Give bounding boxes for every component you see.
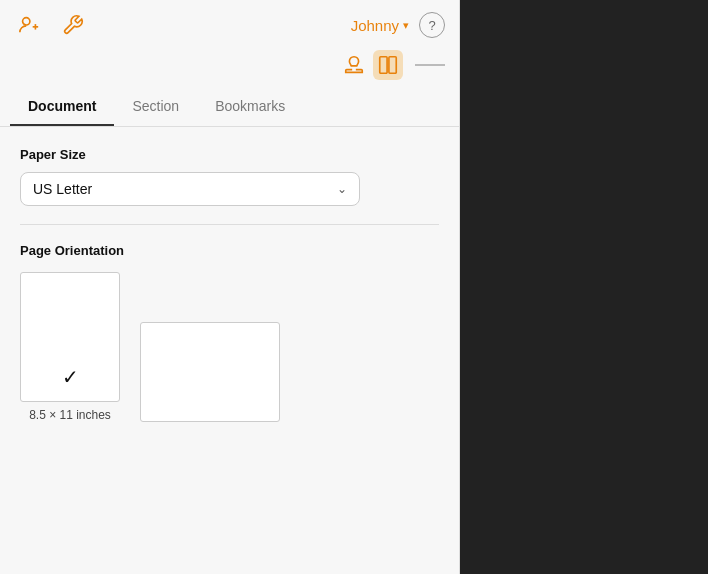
paper-size-value: US Letter [33, 181, 92, 197]
paper-size-section: Paper Size US Letter ⌄ [20, 147, 439, 206]
portrait-checkmark: ✓ [62, 365, 79, 389]
paper-size-dropdown[interactable]: US Letter ⌄ [20, 172, 360, 206]
stamp-button[interactable] [339, 50, 369, 80]
tabs-bar: Document Section Bookmarks [0, 88, 459, 127]
toolbar-row [0, 46, 459, 88]
landscape-preview [140, 322, 280, 422]
portrait-preview: ✓ [20, 272, 120, 402]
chevron-down-icon: ▾ [403, 19, 409, 32]
document-panel: Johnny ▾ ? [0, 0, 460, 574]
svg-point-0 [23, 18, 30, 25]
svg-rect-3 [380, 57, 387, 74]
topbar: Johnny ▾ ? [0, 0, 459, 46]
toolbar-right [339, 50, 445, 80]
dropdown-arrow-icon: ⌄ [337, 182, 347, 196]
user-name: Johnny [351, 17, 399, 34]
help-button[interactable]: ? [419, 12, 445, 38]
help-label: ? [428, 18, 435, 33]
toolbar-divider [415, 64, 445, 66]
wrench-button[interactable] [58, 10, 88, 40]
portrait-size-label: 8.5 × 11 inches [29, 408, 111, 422]
orientation-options: ✓ 8.5 × 11 inches [20, 272, 439, 422]
tab-bookmarks[interactable]: Bookmarks [197, 88, 303, 126]
format-panel-button[interactable] [373, 50, 403, 80]
portrait-option[interactable]: ✓ 8.5 × 11 inches [20, 272, 120, 422]
user-menu[interactable]: Johnny ▾ [351, 17, 409, 34]
tab-section[interactable]: Section [114, 88, 197, 126]
paper-size-label: Paper Size [20, 147, 439, 162]
divider [20, 224, 439, 225]
toolbar-left [14, 10, 88, 40]
right-panel [460, 0, 708, 574]
landscape-option[interactable] [140, 322, 280, 422]
topbar-right: Johnny ▾ ? [351, 12, 445, 38]
add-user-button[interactable] [14, 10, 44, 40]
page-orientation-section: Page Orientation ✓ 8.5 × 11 inches [20, 243, 439, 422]
panel-content: Paper Size US Letter ⌄ Page Orientation … [0, 127, 459, 574]
svg-rect-4 [389, 57, 396, 74]
page-orientation-label: Page Orientation [20, 243, 439, 258]
tab-document[interactable]: Document [10, 88, 114, 126]
